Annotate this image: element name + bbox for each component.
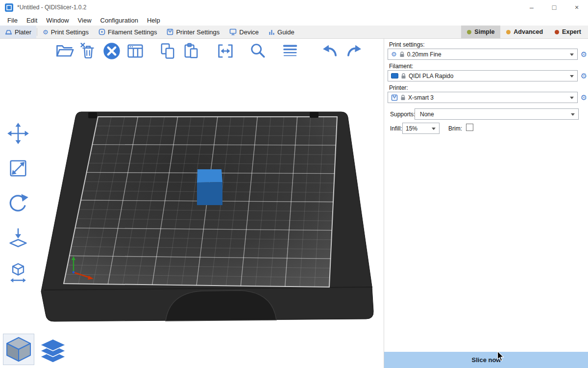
scale-icon[interactable] [6,157,30,180]
slice-now-button[interactable]: Slice now [384,352,588,368]
gear-icon: ⚙ [43,29,49,35]
rotate-icon[interactable] [6,191,30,215]
printer-gear-button[interactable]: ⚙ [579,92,588,103]
expert-mode-dot-icon [555,30,559,34]
filament-icon [98,28,105,35]
bed-clip [88,112,97,118]
print-bed-scene[interactable] [0,39,384,368]
arrange-icon[interactable] [125,41,145,61]
filament-select[interactable]: QIDI PLA Rapido [388,70,578,81]
filament-gear-button[interactable]: ⚙ [579,71,588,81]
tab-label: Print Settings [51,28,89,36]
bed-clip [310,112,318,118]
guide-icon [269,29,275,35]
mouse-cursor [497,351,506,362]
mode-expert[interactable]: Expert [549,26,587,38]
undo-icon[interactable] [320,41,340,61]
lock-icon [401,73,406,79]
viewport-3d[interactable] [0,39,384,368]
brim-label: Brim: [448,125,462,132]
tab-divider [37,28,37,36]
printer-label: Printer: [389,84,408,91]
tab-bar: Plater ⚙ Print Settings Filament Setting… [0,26,588,39]
split-icon[interactable] [216,41,235,61]
tab-print-settings[interactable]: ⚙ Print Settings [38,26,94,38]
view-layers-icon[interactable] [38,337,68,365]
app-icon [5,3,13,12]
paste-icon[interactable] [181,41,201,61]
view-toggles [3,334,68,365]
mode-label: Simple [474,28,494,35]
close-button[interactable]: × [565,0,588,15]
delete-all-icon[interactable] [102,41,122,61]
menu-file[interactable]: File [3,16,22,25]
plater-icon [5,29,12,35]
printer-icon [167,28,173,35]
gear-icon: ⚙ [391,51,397,57]
move-icon[interactable] [6,122,30,145]
lock-icon [400,94,406,101]
cube-front[interactable] [197,182,222,205]
print-profile-value: 0.20mm Fine [407,51,441,58]
tab-device[interactable]: Device [224,26,264,38]
printer-select[interactable]: X-smart 3 [388,92,578,103]
mode-switcher: Simple Advanced Expert [461,26,588,38]
place-on-face-icon[interactable] [6,226,30,250]
view-3d-icon[interactable] [3,334,34,365]
device-icon [229,28,237,35]
tab-filament-settings[interactable]: Filament Settings [94,26,162,38]
tab-printer-settings[interactable]: Printer Settings [162,26,224,38]
gizmo-toolbar [6,122,30,285]
filament-label: Filament: [389,63,413,70]
brim-checkbox[interactable] [466,124,473,131]
mode-label: Advanced [514,28,543,35]
supports-label: Supports: [390,111,415,118]
tab-label: Guide [277,28,294,36]
menu-help[interactable]: Help [143,16,165,25]
printer-icon [391,94,398,101]
settings-sidebar: Print settings: ⚙ 0.20mm Fine ⚙ Filament… [384,39,588,368]
tab-guide[interactable]: Guide [264,26,299,38]
window-title: *Untitled - QIDISlicer-1.0.2 [17,4,86,11]
search-icon[interactable] [248,41,268,61]
print-profile-select[interactable]: ⚙ 0.20mm Fine [388,49,578,60]
delete-icon[interactable] [78,41,98,61]
print-settings-label: Print settings: [389,41,425,48]
advanced-mode-dot-icon [506,30,511,34]
tab-label: Plater [15,28,31,36]
filament-value: QIDI PLA Rapido [409,73,453,79]
menu-bar: File Edit Window View Configuration Help [0,15,588,26]
mode-advanced[interactable]: Advanced [500,26,549,38]
tab-plater[interactable]: Plater [0,26,36,38]
menu-edit[interactable]: Edit [22,16,42,25]
mode-label: Expert [562,28,581,35]
filament-color-swatch [391,73,398,79]
minimize-button[interactable]: – [520,0,543,15]
infill-value: 15% [406,125,417,132]
supports-value: None [418,111,434,118]
copy-icon[interactable] [158,41,177,61]
infill-select[interactable]: 15% [402,123,440,134]
layer-height-icon[interactable] [280,41,300,61]
cube-top[interactable] [197,169,222,183]
print-settings-gear-button[interactable]: ⚙ [579,49,588,59]
open-icon[interactable] [55,41,74,61]
mirror-icon[interactable] [6,261,30,285]
tab-label: Filament Settings [108,28,157,36]
tab-label: Device [239,28,259,36]
title-bar: *Untitled - QIDISlicer-1.0.2 – □ × [0,0,588,15]
maximize-button[interactable]: □ [543,0,565,15]
plater-toolbar [55,41,364,61]
mode-simple[interactable]: Simple [461,26,500,38]
supports-select[interactable]: None [415,108,579,120]
infill-label: Infill: [390,125,402,132]
menu-configuration[interactable]: Configuration [96,16,143,25]
simple-mode-dot-icon [467,30,471,34]
redo-icon[interactable] [344,41,364,61]
menu-view[interactable]: View [74,16,96,25]
printer-value: X-smart 3 [408,94,434,101]
lock-icon [399,51,405,57]
menu-window[interactable]: Window [42,16,73,25]
tab-label: Printer Settings [176,28,220,36]
